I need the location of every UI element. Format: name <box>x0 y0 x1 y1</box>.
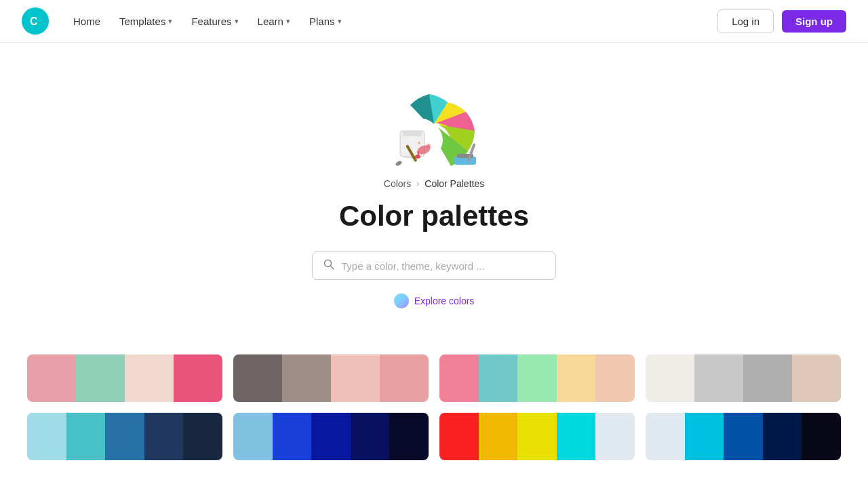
search-bar <box>312 251 556 280</box>
nav-plans[interactable]: Plans ▾ <box>301 10 350 33</box>
svg-point-9 <box>418 142 420 144</box>
color-swatch <box>685 413 724 460</box>
color-swatch <box>380 354 429 402</box>
color-swatch <box>694 354 743 402</box>
color-swatch <box>517 413 557 460</box>
login-button[interactable]: Log in <box>717 9 774 33</box>
color-swatch <box>76 354 125 402</box>
color-swatch <box>66 413 106 460</box>
color-swatch <box>557 413 596 460</box>
color-swatch <box>743 354 792 402</box>
color-swatch <box>646 354 694 402</box>
color-swatch <box>233 413 273 460</box>
color-swatch <box>183 413 222 460</box>
color-swatch <box>763 413 802 460</box>
nav-home[interactable]: Home <box>65 10 108 33</box>
nav-templates[interactable]: Templates ▾ <box>111 10 180 33</box>
color-swatch <box>389 413 429 460</box>
color-swatch <box>479 354 518 402</box>
color-swatch <box>144 413 184 460</box>
color-swatch <box>557 354 596 402</box>
color-swatch <box>792 354 841 402</box>
search-icon <box>323 259 334 272</box>
color-swatch <box>331 354 380 402</box>
palette-card[interactable] <box>439 354 635 402</box>
svg-line-14 <box>331 266 334 270</box>
color-swatch <box>595 413 635 460</box>
color-swatch <box>125 354 174 402</box>
breadcrumb-parent[interactable]: Colors <box>384 178 411 189</box>
color-swatch <box>439 354 479 402</box>
color-swatch <box>27 354 76 402</box>
search-input[interactable] <box>341 260 545 272</box>
nav-actions: Log in Sign up <box>717 9 846 33</box>
hero-illustration <box>373 70 495 178</box>
breadcrumb: Colors › Color Palettes <box>384 178 484 189</box>
palette-card[interactable] <box>646 413 841 460</box>
color-swatch <box>595 354 635 402</box>
breadcrumb-separator: › <box>416 179 419 188</box>
nav-links: Home Templates ▾ Features ▾ Learn ▾ Plan… <box>65 10 717 33</box>
color-swatch <box>233 354 282 402</box>
color-swatch <box>105 413 144 460</box>
color-swatch <box>439 413 479 460</box>
svg-point-8 <box>427 144 431 148</box>
color-swatch <box>724 413 763 460</box>
palette-card[interactable] <box>233 413 429 460</box>
svg-text:C: C <box>30 16 38 27</box>
palette-card[interactable] <box>233 354 429 402</box>
breadcrumb-current: Color Palettes <box>425 178 484 189</box>
color-swatch <box>802 413 841 460</box>
palette-card[interactable] <box>27 354 222 402</box>
svg-rect-3 <box>403 131 422 136</box>
color-swatch <box>27 413 66 460</box>
color-swatch <box>646 413 685 460</box>
nav-features[interactable]: Features ▾ <box>183 10 246 33</box>
palette-grid <box>0 354 868 487</box>
color-swatch <box>311 413 351 460</box>
color-swatch <box>517 354 557 402</box>
navbar: C Home Templates ▾ Features ▾ Learn ▾ Pl… <box>0 0 868 43</box>
color-swatch <box>273 413 312 460</box>
color-swatch <box>351 413 390 460</box>
chevron-down-icon: ▾ <box>168 17 172 26</box>
palette-card[interactable] <box>439 413 635 460</box>
chevron-down-icon: ▾ <box>286 17 290 26</box>
explore-colors-link[interactable]: Explore colors <box>394 293 475 308</box>
color-swatch <box>174 354 222 402</box>
color-swatch <box>282 354 331 402</box>
color-swatch <box>479 413 518 460</box>
chevron-down-icon: ▾ <box>235 17 239 26</box>
hero-section: Colors › Color Palettes Color palettes E… <box>0 43 868 354</box>
page-title: Color palettes <box>339 200 529 232</box>
svg-point-6 <box>395 160 403 167</box>
chevron-down-icon: ▾ <box>338 17 342 26</box>
signup-button[interactable]: Sign up <box>782 10 846 33</box>
palette-card[interactable] <box>646 354 841 402</box>
palette-card[interactable] <box>27 413 222 460</box>
nav-learn[interactable]: Learn ▾ <box>250 10 298 33</box>
explore-dot-icon <box>394 293 409 308</box>
canva-logo[interactable]: C <box>22 7 49 35</box>
